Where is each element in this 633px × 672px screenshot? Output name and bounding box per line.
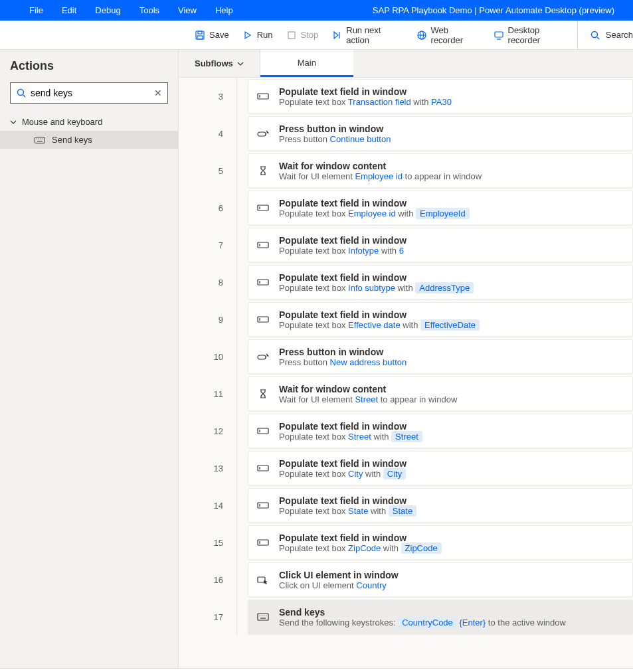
step-card[interactable]: Press button in windowPress button Conti… xyxy=(248,116,633,151)
textbox-icon xyxy=(256,536,270,549)
flow-editor: Subflows Main 3Populate text field in wi… xyxy=(179,50,633,668)
status-bar xyxy=(0,668,633,672)
step-description: Click on UI element Country xyxy=(279,580,399,590)
step-row[interactable]: 6Populate text field in windowPopulate t… xyxy=(179,189,633,226)
step-card[interactable]: Populate text field in windowPopulate te… xyxy=(248,265,633,299)
tab-main[interactable]: Main xyxy=(260,50,353,77)
menu-debug[interactable]: Debug xyxy=(86,0,130,21)
step-number: 9 xyxy=(179,301,237,338)
search-icon xyxy=(590,30,600,41)
action-group-mouse-keyboard[interactable]: Mouse and keyboard xyxy=(0,113,178,131)
step-description: Populate text box Effective date with Ef… xyxy=(279,320,480,330)
step-row[interactable]: 17Send keysSend the following keystrokes… xyxy=(179,598,633,635)
step-row[interactable]: 4Press button in windowPress button Cont… xyxy=(179,115,633,152)
step-row[interactable]: 8Populate text field in windowPopulate t… xyxy=(179,264,633,301)
step-card[interactable]: Populate text field in windowPopulate te… xyxy=(248,488,633,523)
actions-panel: Actions ✕ Mouse and keyboard Send keys xyxy=(0,50,179,668)
step-card[interactable]: Wait for window contentWait for UI eleme… xyxy=(248,377,633,411)
step-title: Populate text field in window xyxy=(279,421,422,432)
run-button[interactable]: Run xyxy=(236,21,280,50)
step-card[interactable]: Click UI element in windowClick on UI el… xyxy=(248,562,633,597)
step-description: Populate text box Info subtype with Addr… xyxy=(279,283,474,293)
web-recorder-button[interactable]: Web recorder xyxy=(410,21,487,50)
step-card[interactable]: Populate text field in windowPopulate te… xyxy=(248,414,633,448)
step-card[interactable]: Populate text field in windowPopulate te… xyxy=(248,79,633,114)
step-description: Populate text box Transaction field with… xyxy=(279,97,452,107)
step-title: Populate text field in window xyxy=(279,86,452,97)
step-title: Wait for window content xyxy=(279,384,457,394)
textbox-icon xyxy=(256,238,270,252)
menu-tools[interactable]: Tools xyxy=(130,0,169,21)
step-card[interactable]: Populate text field in windowPopulate te… xyxy=(248,191,633,225)
step-row[interactable]: 3Populate text field in windowPopulate t… xyxy=(179,78,633,115)
svg-rect-34 xyxy=(258,465,268,471)
web-recorder-label: Web recorder xyxy=(431,25,480,45)
action-item-send-keys[interactable]: Send keys xyxy=(0,131,178,149)
svg-rect-29 xyxy=(258,317,268,322)
step-row[interactable]: 11Wait for window contentWait for UI ele… xyxy=(179,375,633,412)
svg-rect-38 xyxy=(258,540,268,545)
run-next-label: Run next action xyxy=(346,25,403,45)
wait-icon xyxy=(256,387,270,400)
menu-help[interactable]: Help xyxy=(206,0,242,21)
step-title: Send keys xyxy=(279,607,566,618)
clear-search-icon[interactable]: ✕ xyxy=(154,88,162,98)
svg-rect-14 xyxy=(35,137,45,143)
svg-rect-25 xyxy=(258,242,268,248)
menu-file[interactable]: File xyxy=(0,0,52,21)
textbox-icon xyxy=(256,90,270,103)
step-number: 14 xyxy=(179,487,237,524)
step-number: 13 xyxy=(179,450,237,487)
step-card[interactable]: Press button in windowPress button New a… xyxy=(248,339,633,374)
menu-bar: File Edit Debug Tools View Help SAP RPA … xyxy=(0,0,633,21)
menu-edit[interactable]: Edit xyxy=(52,0,86,21)
subflows-button[interactable]: Subflows xyxy=(179,50,260,77)
step-row[interactable]: 12Populate text field in windowPopulate … xyxy=(179,412,633,450)
step-card[interactable]: Populate text field in windowPopulate te… xyxy=(248,451,633,485)
actions-panel-title: Actions xyxy=(0,50,178,82)
step-description: Populate text box Street with Street xyxy=(279,432,422,442)
step-number: 15 xyxy=(179,524,237,561)
steps-list[interactable]: 3Populate text field in windowPopulate t… xyxy=(179,78,633,668)
step-title: Populate text field in window xyxy=(279,495,416,506)
desktop-recorder-button[interactable]: Desktop recorder xyxy=(487,21,577,50)
step-row[interactable]: 16Click UI element in windowClick on UI … xyxy=(179,561,633,598)
press-icon xyxy=(256,127,270,140)
step-row[interactable]: 7Populate text field in windowPopulate t… xyxy=(179,226,633,264)
desktop-recorder-label: Desktop recorder xyxy=(508,25,571,45)
step-row[interactable]: 5Wait for window contentWait for UI elem… xyxy=(179,152,633,189)
step-row[interactable]: 10Press button in windowPress button New… xyxy=(179,338,633,375)
step-description: Populate text box Employee id with Emplo… xyxy=(279,209,470,218)
save-button[interactable]: Save xyxy=(188,21,236,50)
svg-rect-31 xyxy=(258,355,266,359)
actions-search-input[interactable]: ✕ xyxy=(10,82,168,104)
step-row[interactable]: 9Populate text field in windowPopulate t… xyxy=(179,301,633,338)
step-description: Populate text box City with City xyxy=(279,469,407,479)
stop-button[interactable]: Stop xyxy=(280,21,325,50)
chevron-down-icon xyxy=(10,119,17,126)
step-card[interactable]: Wait for window contentWait for UI eleme… xyxy=(248,153,633,188)
step-number: 4 xyxy=(179,115,237,152)
step-card[interactable]: Populate text field in windowPopulate te… xyxy=(248,302,633,337)
step-card[interactable]: Send keysSend the following keystrokes: … xyxy=(248,600,633,634)
step-row[interactable]: 14Populate text field in windowPopulate … xyxy=(179,487,633,524)
step-row[interactable]: 13Populate text field in windowPopulate … xyxy=(179,450,633,487)
actions-search-field[interactable] xyxy=(31,88,154,98)
toolbar-search[interactable]: Search xyxy=(577,21,633,50)
svg-line-13 xyxy=(23,95,25,97)
step-description: Press button Continue button xyxy=(279,134,391,144)
svg-line-11 xyxy=(597,37,599,39)
step-title: Press button in window xyxy=(279,124,391,134)
step-row[interactable]: 15Populate text field in windowPopulate … xyxy=(179,524,633,561)
svg-rect-36 xyxy=(258,503,268,508)
svg-rect-32 xyxy=(258,428,268,434)
run-next-button[interactable]: Run next action xyxy=(325,21,409,50)
click-icon xyxy=(256,573,270,586)
step-card[interactable]: Populate text field in windowPopulate te… xyxy=(248,228,633,262)
action-item-label: Send keys xyxy=(52,135,92,145)
step-card[interactable]: Populate text field in windowPopulate te… xyxy=(248,525,633,560)
step-number: 7 xyxy=(179,226,237,264)
svg-rect-22 xyxy=(258,132,266,136)
menu-view[interactable]: View xyxy=(169,0,206,21)
step-description: Populate text box State with State xyxy=(279,506,416,516)
